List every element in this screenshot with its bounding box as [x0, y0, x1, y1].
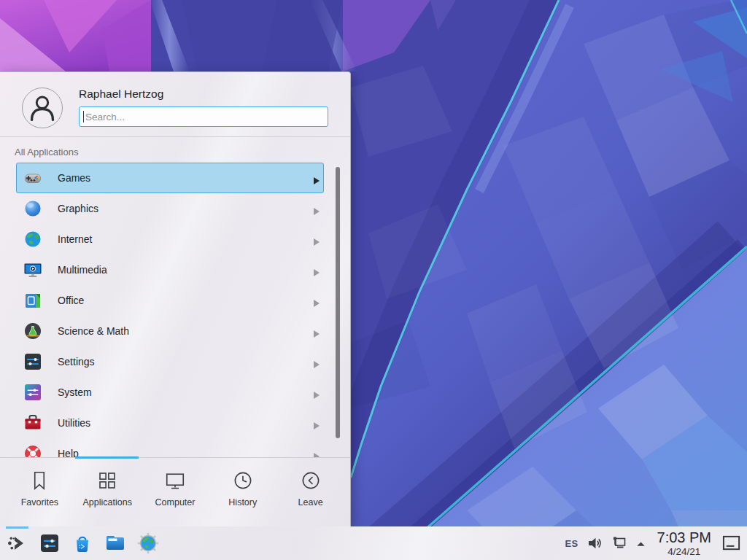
games-icon — [23, 168, 43, 188]
search-field[interactable] — [79, 106, 328, 127]
taskbar-app-application-launcher[interactable] — [5, 532, 28, 555]
scrollbar-thumb[interactable] — [336, 167, 340, 438]
science-icon — [23, 321, 43, 341]
category-label: Internet — [58, 233, 92, 245]
submenu-arrow-icon — [314, 297, 320, 304]
user-avatar[interactable] — [22, 88, 63, 128]
tabs: Favorites Applications Computer — [0, 458, 350, 527]
show-desktop-icon — [721, 534, 742, 553]
system-icon — [23, 382, 43, 402]
kde-launcher-icon — [5, 532, 28, 555]
footer-tab-bar: Favorites Applications Computer — [0, 457, 350, 527]
office-icon — [23, 290, 43, 311]
category-label: Office — [58, 295, 84, 306]
category-item-system[interactable]: System — [16, 377, 324, 408]
utilities-icon — [23, 413, 43, 433]
settings-icon — [23, 351, 43, 372]
caret-up-icon — [635, 537, 647, 550]
multimedia-icon — [23, 260, 43, 280]
show-desktop-button[interactable] — [721, 534, 742, 553]
category-label: Settings — [58, 356, 95, 368]
section-header-all-applications: All Applications — [15, 147, 78, 158]
leave-icon — [300, 470, 322, 491]
category-item-utilities[interactable]: Utilities — [16, 408, 324, 438]
digital-clock[interactable]: 7:03 PM 4/24/21 — [657, 530, 711, 557]
expand-tray-button[interactable] — [635, 537, 647, 550]
category-item-help[interactable]: Help — [16, 438, 324, 457]
speaker-icon — [587, 535, 603, 551]
system-tray: ES — [565, 530, 747, 557]
application-launcher-menu: Raphael Hertzog All Applications — [0, 71, 351, 526]
taskbar-app-icons — [5, 532, 160, 555]
submenu-arrow-icon — [314, 205, 320, 212]
history-icon — [232, 470, 254, 491]
category-item-office[interactable]: Office — [16, 285, 324, 316]
category-item-graphics[interactable]: Graphics — [16, 193, 324, 224]
taskbar-app-discover[interactable] — [71, 532, 94, 555]
submenu-arrow-icon — [314, 174, 320, 182]
text-cursor — [83, 111, 84, 122]
volume-button[interactable] — [587, 535, 603, 551]
category-item-games[interactable]: Games — [16, 163, 324, 193]
submenu-arrow-icon — [314, 358, 320, 365]
tab-history[interactable]: History — [209, 458, 276, 527]
taskbar-app-system-settings[interactable] — [38, 532, 61, 555]
desktop: Raphael Hertzog All Applications — [0, 0, 747, 560]
internet-icon — [23, 229, 43, 249]
category-label: Utilities — [58, 417, 90, 429]
dolphin-icon — [104, 532, 127, 555]
category-label: Graphics — [58, 203, 98, 214]
submenu-arrow-icon — [314, 450, 320, 457]
category-label: Multimedia — [58, 264, 107, 276]
submenu-arrow-icon — [314, 389, 320, 396]
category-item-settings[interactable]: Settings — [16, 346, 324, 377]
wired-network-icon — [611, 535, 627, 551]
submenu-arrow-icon — [314, 419, 320, 427]
clock-date: 4/24/21 — [657, 547, 711, 557]
tab-label: Applications — [82, 497, 131, 508]
clock-time: 7:03 PM — [657, 530, 711, 545]
tab-label: Computer — [155, 497, 196, 508]
user-icon — [23, 88, 62, 128]
header-separator — [0, 136, 350, 137]
launcher-header: Raphael Hertzog — [0, 72, 350, 136]
tab-applications[interactable]: Applications — [74, 458, 142, 527]
help-icon — [23, 443, 43, 457]
discover-icon — [71, 532, 94, 555]
tab-leave[interactable]: Leave — [276, 458, 344, 527]
browser-icon — [136, 532, 160, 555]
computer-icon — [164, 470, 186, 491]
keyboard-layout-indicator[interactable]: ES — [565, 538, 578, 549]
category-item-multimedia[interactable]: Multimedia — [16, 254, 324, 285]
applications-icon — [96, 470, 118, 491]
category-list: Games Graphics — [0, 163, 350, 457]
taskbar-app-file-manager[interactable] — [104, 532, 127, 555]
tab-label: Leave — [298, 497, 323, 508]
category-item-internet[interactable]: Internet — [16, 224, 324, 254]
taskbar: ES — [0, 526, 747, 560]
submenu-arrow-icon — [314, 236, 320, 243]
submenu-arrow-icon — [314, 327, 320, 335]
tab-label: History — [228, 497, 257, 508]
user-name: Raphael Hertzog — [79, 88, 163, 101]
submenu-arrow-icon — [314, 266, 320, 273]
graphics-icon — [23, 198, 43, 219]
category-label: Science & Math — [58, 325, 129, 337]
category-item-science-math[interactable]: Science & Math — [16, 316, 324, 346]
systemsettings-icon — [38, 532, 61, 555]
tab-favorites[interactable]: Favorites — [6, 458, 74, 527]
category-label: System — [58, 386, 92, 398]
search-input[interactable] — [79, 106, 328, 127]
tab-computer[interactable]: Computer — [142, 458, 209, 527]
category-label: Games — [58, 172, 90, 184]
active-tab-indicator — [75, 456, 139, 459]
taskbar-app-web-browser[interactable] — [136, 532, 160, 555]
favorites-icon — [28, 470, 50, 491]
network-button[interactable] — [611, 535, 627, 551]
tab-label: Favorites — [21, 497, 58, 508]
